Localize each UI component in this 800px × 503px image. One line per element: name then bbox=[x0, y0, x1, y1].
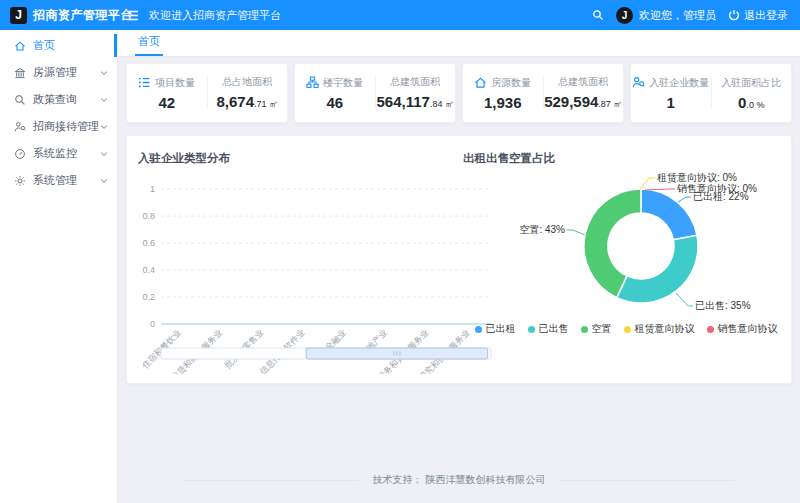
stat-card-3: 入驻企业数量1入驻面积占比0.0 % bbox=[630, 63, 792, 123]
sidebar-item-label: 系统管理 bbox=[33, 173, 77, 188]
tab-bar: 首页 bbox=[118, 30, 800, 57]
user-menu[interactable]: J 欢迎您，管理员 bbox=[616, 7, 716, 24]
svg-text:0: 0 bbox=[150, 319, 155, 329]
footer: 技术支持： 陕西沣慧数创科技有限公司 bbox=[126, 473, 792, 487]
svg-text:销售意向协议: 0%: 销售意向协议: 0% bbox=[676, 183, 757, 194]
stat-value: 564,117.84 ㎡ bbox=[377, 93, 454, 111]
power-icon bbox=[728, 9, 740, 21]
stat-primary: 楼宇数量46 bbox=[295, 76, 375, 111]
sidebar-item-1[interactable]: 房源管理 bbox=[0, 59, 117, 86]
svg-text:空置: 43%: 空置: 43% bbox=[519, 224, 565, 235]
building-icon bbox=[14, 67, 26, 79]
stat-card-2: 房源数量1,936总建筑面积529,594.87 ㎡ bbox=[462, 63, 624, 123]
reception-icon bbox=[14, 121, 26, 133]
svg-text:已出售: 35%: 已出售: 35% bbox=[695, 300, 751, 311]
legend-label: 已出租 bbox=[486, 322, 516, 336]
chevron-down-icon bbox=[100, 123, 108, 131]
stat-value: 1,936 bbox=[484, 94, 522, 111]
legend-label: 空置 bbox=[592, 322, 612, 336]
stat-cards-row: 项目数量42总占地面积8,674.71 ㎡楼宇数量46总建筑面积564,117.… bbox=[126, 63, 792, 123]
charts-panel: 入驻企业类型分布 出租出售空置占比 00.20.40.60.81住宿和餐饮业租赁… bbox=[126, 135, 792, 384]
top-header: J 招商资产管理平台 欢迎进入招商资产管理平台 J 欢迎您，管理员 退出登录 bbox=[0, 0, 800, 30]
user-greeting: 欢迎您，管理员 bbox=[639, 8, 716, 23]
sidebar-item-label: 政策查询 bbox=[33, 92, 77, 107]
sidebar-menu: 首页房源管理政策查询招商接待管理系统监控系统管理 bbox=[0, 30, 118, 503]
pie-legend: 已出租已出售空置租赁意向协议销售意向协议 bbox=[461, 322, 791, 336]
chevron-down-icon bbox=[100, 96, 108, 104]
app-logo: J 招商资产管理平台 bbox=[0, 7, 118, 24]
app-title: 招商资产管理平台 bbox=[33, 7, 133, 24]
stat-value: 42 bbox=[158, 94, 175, 111]
list-icon bbox=[138, 76, 151, 89]
sidebar-item-5[interactable]: 系统管理 bbox=[0, 167, 117, 194]
svg-text:0.6: 0.6 bbox=[142, 238, 155, 248]
logout-button[interactable]: 退出登录 bbox=[728, 8, 788, 23]
monitor-icon bbox=[14, 148, 26, 160]
legend-label: 已出售 bbox=[539, 322, 569, 336]
legend-item-4[interactable]: 销售意向协议 bbox=[707, 322, 778, 336]
stat-value: 46 bbox=[326, 94, 343, 111]
stat-label: 入驻面积占比 bbox=[721, 76, 781, 90]
sidebar-item-4[interactable]: 系统监控 bbox=[0, 140, 117, 167]
footer-divider-left bbox=[184, 480, 359, 481]
stat-label: 房源数量 bbox=[491, 76, 531, 90]
legend-item-3[interactable]: 租赁意向协议 bbox=[624, 322, 695, 336]
sidebar-item-3[interactable]: 招商接待管理 bbox=[0, 113, 117, 140]
stat-card-0: 项目数量42总占地面积8,674.71 ㎡ bbox=[126, 63, 288, 123]
user-avatar[interactable]: J bbox=[616, 7, 633, 24]
svg-text:1: 1 bbox=[150, 184, 155, 194]
stat-label: 总建筑面积 bbox=[390, 75, 440, 89]
enterprise-type-bar-chart[interactable]: 00.20.40.60.81住宿和餐饮业租赁和商务服务业批发和零售业信息传输软件… bbox=[130, 144, 498, 374]
legend-item-2[interactable]: 空置 bbox=[581, 322, 612, 336]
stat-value: 8,674.71 ㎡ bbox=[216, 93, 278, 111]
stat-secondary: 总占地面积8,674.71 ㎡ bbox=[208, 75, 288, 111]
stat-label: 项目数量 bbox=[155, 76, 195, 90]
welcome-text: 欢迎进入招商资产管理平台 bbox=[149, 8, 281, 23]
chevron-down-icon bbox=[100, 69, 108, 77]
occupancy-donut-chart[interactable]: 已出租: 22%已出售: 35%空置: 43%租赁意向协议: 0%销售意向协议:… bbox=[461, 146, 791, 331]
stat-secondary: 总建筑面积564,117.84 ㎡ bbox=[376, 75, 456, 111]
main-area: 首页 项目数量42总占地面积8,674.71 ㎡楼宇数量46总建筑面积564,1… bbox=[118, 30, 800, 503]
legend-label: 租赁意向协议 bbox=[635, 322, 695, 336]
sidebar-item-2[interactable]: 政策查询 bbox=[0, 86, 117, 113]
gear-icon bbox=[14, 175, 26, 187]
legend-item-1[interactable]: 已出售 bbox=[528, 322, 569, 336]
stat-secondary: 入驻面积占比0.0 % bbox=[712, 76, 792, 111]
stat-card-1: 楼宇数量46总建筑面积564,117.84 ㎡ bbox=[294, 63, 456, 123]
sidebar-item-0[interactable]: 首页 bbox=[0, 32, 117, 59]
chevron-down-icon bbox=[100, 150, 108, 158]
sidebar-item-label: 房源管理 bbox=[33, 65, 77, 80]
legend-dot bbox=[624, 326, 631, 333]
svg-text:0.4: 0.4 bbox=[142, 265, 155, 275]
stat-value: 1 bbox=[667, 94, 675, 111]
stat-primary: 入驻企业数量1 bbox=[631, 76, 711, 111]
stat-primary: 房源数量1,936 bbox=[463, 76, 543, 111]
stat-label: 总建筑面积 bbox=[558, 75, 608, 89]
footer-support-text: 技术支持： 陕西沣慧数创科技有限公司 bbox=[373, 473, 546, 487]
legend-item-0[interactable]: 已出租 bbox=[475, 322, 516, 336]
house-icon bbox=[474, 76, 487, 89]
home-icon bbox=[14, 40, 26, 52]
collapse-menu-icon[interactable] bbox=[126, 9, 139, 22]
header-search-icon[interactable] bbox=[592, 9, 604, 21]
svg-text:0.8: 0.8 bbox=[142, 211, 155, 221]
stat-label: 入驻企业数量 bbox=[649, 76, 709, 90]
stat-value: 0.0 % bbox=[738, 94, 764, 111]
svg-text:租赁意向协议: 0%: 租赁意向协议: 0% bbox=[657, 172, 737, 183]
stat-primary: 项目数量42 bbox=[127, 76, 207, 111]
logo-badge: J bbox=[10, 7, 27, 24]
stat-label: 总占地面积 bbox=[222, 75, 272, 89]
sidebar-item-label: 系统监控 bbox=[33, 146, 77, 161]
legend-dot bbox=[581, 326, 588, 333]
sidebar-item-label: 招商接待管理 bbox=[33, 119, 99, 134]
legend-dot bbox=[528, 326, 535, 333]
logout-label: 退出登录 bbox=[744, 8, 788, 23]
tab-home[interactable]: 首页 bbox=[135, 34, 163, 56]
footer-divider-right bbox=[559, 480, 734, 481]
svg-text:0.2: 0.2 bbox=[142, 292, 155, 302]
search-icon bbox=[14, 94, 26, 106]
sidebar-item-label: 首页 bbox=[33, 38, 55, 53]
stat-label: 楼宇数量 bbox=[323, 76, 363, 90]
stat-value: 529,594.87 ㎡ bbox=[544, 93, 622, 111]
legend-dot bbox=[475, 326, 482, 333]
